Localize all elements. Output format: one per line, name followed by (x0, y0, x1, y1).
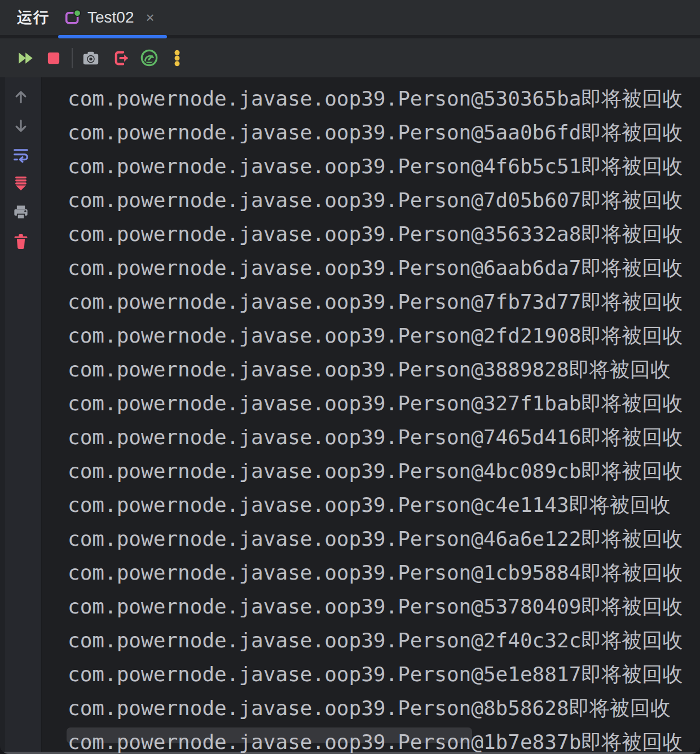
up-stack-button[interactable] (12, 89, 29, 106)
toolbar-separator (72, 48, 73, 68)
close-icon[interactable]: × (146, 10, 155, 25)
up-stack-arrow-icon (12, 89, 29, 106)
console-line: com.powernode.javase.oop39.Person@7465d4… (68, 420, 700, 454)
console-output: com.powernode.javase.oop39.Person@530365… (42, 77, 700, 754)
console-line: com.powernode.javase.oop39.Person@4f6b5c… (68, 150, 700, 183)
console-line: com.powernode.javase.oop39.Person@46a6e1… (68, 522, 700, 556)
more-options-button[interactable] (168, 49, 187, 68)
stop-button[interactable] (44, 49, 63, 68)
tool-window-header: 运行 Test02 × (0, 0, 700, 38)
console-line: com.powernode.javase.oop39.Person@2fd219… (68, 319, 700, 353)
stop-icon (45, 50, 62, 67)
console-line: com.powernode.javase.oop39.Person@530365… (68, 82, 700, 116)
console-line: com.powernode.javase.oop39.Person@5e1e88… (68, 657, 700, 691)
console-line: com.powernode.javase.oop39.Person@7d05b6… (68, 183, 700, 217)
console-line: com.powernode.javase.oop39.Person@327f1b… (68, 387, 700, 420)
console-line: com.powernode.javase.oop39.Person@356332… (68, 217, 700, 251)
print-icon (12, 204, 29, 221)
export-icon (111, 49, 129, 67)
memory-snapshot-button[interactable] (81, 49, 100, 68)
print-button[interactable] (12, 204, 29, 221)
console-line: com.powernode.javase.oop39.Person@8b5862… (68, 691, 700, 725)
export-button[interactable] (111, 49, 130, 68)
scroll-to-end-button[interactable] (12, 175, 29, 192)
console-line: com.powernode.javase.oop39.Person@1cb958… (68, 556, 700, 590)
rerun-button[interactable] (16, 49, 35, 68)
profiler-button[interactable] (139, 49, 159, 68)
rerun-icon (16, 50, 35, 67)
active-tab-indicator (58, 35, 167, 38)
run-toolbar (0, 38, 700, 77)
run-tool-window: 运行 Test02 × (0, 0, 700, 754)
soft-wrap-icon (12, 146, 29, 163)
console-output-area[interactable]: com.powernode.javase.oop39.Person@530365… (42, 77, 700, 754)
tab-label: Test02 (87, 8, 134, 27)
clear-all-button[interactable] (12, 233, 29, 249)
profiler-gauge-icon (140, 49, 158, 67)
console-line: com.powernode.javase.oop39.Person@2f40c3… (68, 624, 700, 657)
scroll-to-end-icon (12, 175, 29, 192)
soft-wrap-button[interactable] (12, 146, 29, 163)
console-line: com.powernode.javase.oop39.Person@388982… (68, 353, 700, 387)
console-gutter-toolbar (0, 77, 42, 754)
more-options-kebab-icon (168, 49, 187, 68)
console-line: com.powernode.javase.oop39.Person@1b7e83… (68, 725, 700, 754)
run-application-icon (64, 9, 81, 26)
down-stack-arrow-icon (12, 117, 29, 134)
console-line: com.powernode.javase.oop39.Person@537804… (68, 590, 700, 624)
console-panel: com.powernode.javase.oop39.Person@530365… (0, 77, 700, 754)
console-line: com.powernode.javase.oop39.Person@4bc089… (68, 454, 700, 488)
memory-snapshot-camera-icon (82, 49, 100, 67)
console-line: com.powernode.javase.oop39.Person@7fb73d… (68, 285, 700, 319)
console-line: com.powernode.javase.oop39.Person@c4e114… (68, 488, 700, 522)
tab-test02[interactable]: Test02 × (64, 8, 155, 27)
down-stack-button[interactable] (12, 117, 29, 134)
tool-window-title: 运行 (17, 7, 50, 28)
clear-all-trash-icon (12, 233, 29, 249)
console-line: com.powernode.javase.oop39.Person@6aab6d… (68, 251, 700, 285)
console-line: com.powernode.javase.oop39.Person@5aa0b6… (68, 116, 700, 150)
